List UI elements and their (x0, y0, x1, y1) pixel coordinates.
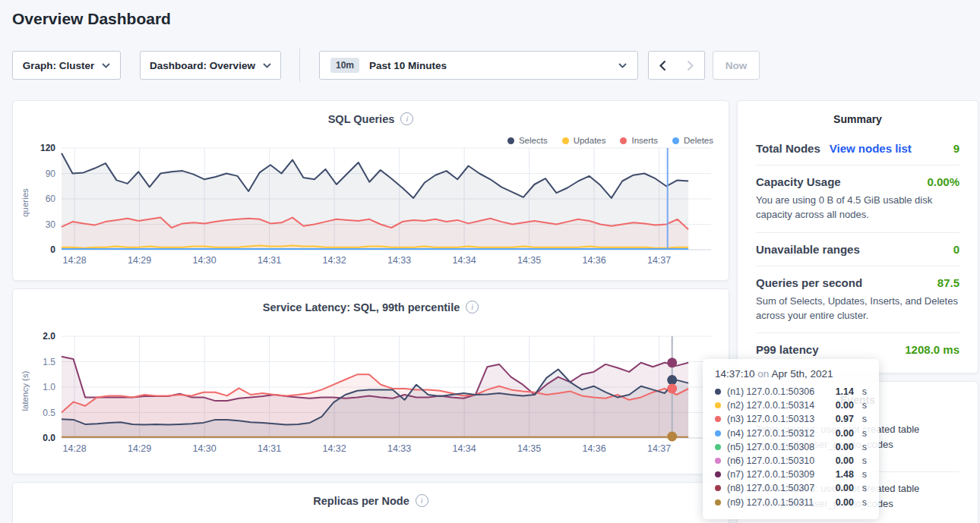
node-address-label: (n7) 127.0.0.1:50309 (727, 469, 814, 480)
svg-text:14:37: 14:37 (647, 255, 671, 266)
node-latency-value: 0.97 (836, 414, 854, 424)
sql-queries-title: SQL Queries (328, 113, 395, 125)
svg-text:14:31: 14:31 (258, 443, 281, 454)
node-address-label: (n8) 127.0.0.1:50307 (727, 483, 814, 493)
graph-dropdown-label: Graph: Cluster (23, 60, 95, 71)
view-nodes-list-link[interactable]: View nodes list (830, 142, 912, 155)
queries-per-second-value: 87.5 (937, 276, 959, 289)
node-color-dot (715, 471, 721, 477)
unavailable-ranges-label: Unavailable ranges (756, 243, 860, 256)
service-latency-chart[interactable]: 14:2814:2914:3014:3114:3214:3314:3414:35… (17, 329, 724, 459)
chevron-left-icon (659, 60, 666, 71)
node-color-dot (715, 389, 721, 395)
svg-text:1.5: 1.5 (43, 357, 55, 367)
tooltip-node-row: (n5) 127.0.0.1:503080.00s (715, 440, 867, 454)
replicas-per-node-card: Replicas per Node i (12, 482, 729, 523)
time-range-label: Past 10 Minutes (369, 60, 447, 71)
svg-text:14:33: 14:33 (387, 443, 411, 454)
node-color-dot (715, 458, 721, 464)
capacity-usage-description: You are using 0 B of 4.5 GiB usable disk… (756, 194, 959, 222)
tooltip-node-row: (n4) 127.0.0.1:503120.00s (715, 427, 867, 440)
node-latency-value: 0.00 (836, 455, 854, 466)
latency-unit: s (862, 414, 867, 424)
node-address-label: (n1) 127.0.0.1:50306 (727, 386, 814, 397)
capacity-usage-value: 0.00% (927, 175, 959, 188)
svg-text:14:28: 14:28 (62, 443, 86, 454)
latency-unit: s (862, 455, 867, 466)
node-address-label: (n3) 127.0.0.1:50313 (727, 414, 814, 424)
svg-text:90: 90 (46, 169, 56, 179)
tooltip-node-row: (n3) 127.0.0.1:503130.97s (715, 412, 867, 426)
time-next-button[interactable] (676, 51, 705, 80)
replicas-per-node-title: Replicas per Node (313, 495, 409, 507)
info-icon[interactable]: i (466, 301, 479, 313)
now-button[interactable]: Now (713, 51, 760, 80)
latency-unit: s (862, 483, 867, 493)
summary-title: Summary (738, 101, 978, 132)
svg-text:14:28: 14:28 (62, 255, 86, 266)
svg-text:120: 120 (40, 143, 55, 153)
svg-text:14:32: 14:32 (322, 255, 346, 266)
summary-row-unavailable-ranges: Unavailable ranges 0 (756, 232, 959, 266)
svg-text:14:36: 14:36 (582, 443, 605, 454)
node-address-label: (n9) 127.0.0.1:50311 (727, 497, 814, 508)
service-latency-card: Service Latency: SQL, 99th percentile i … (12, 288, 729, 474)
total-nodes-label: Total Nodes (756, 142, 820, 155)
svg-text:1.0: 1.0 (43, 382, 55, 392)
sql-queries-card: SQL Queries i SelectsUpdatesInsertsDelet… (12, 100, 729, 281)
svg-text:14:35: 14:35 (517, 255, 541, 266)
node-color-dot (715, 430, 721, 436)
p99-latency-label: P99 latency (756, 343, 819, 356)
svg-text:0: 0 (50, 244, 55, 255)
chevron-down-icon (263, 63, 271, 68)
node-latency-value: 1.14 (836, 386, 854, 397)
latency-unit: s (862, 428, 867, 439)
page-title: Overview Dashboard (12, 10, 171, 28)
svg-text:0.5: 0.5 (43, 408, 55, 418)
dashboard-dropdown-label: Dashboard: Overview (150, 60, 255, 71)
node-latency-value: 1.48 (836, 469, 854, 480)
svg-text:14:33: 14:33 (387, 255, 411, 266)
latency-unit: s (862, 386, 867, 397)
svg-text:14:35: 14:35 (517, 443, 541, 454)
svg-text:14:30: 14:30 (192, 443, 216, 454)
time-range-picker[interactable]: 10m Past 10 Minutes (319, 51, 638, 80)
svg-text:30: 30 (46, 219, 56, 230)
time-prev-button[interactable] (648, 51, 677, 80)
svg-text:14:30: 14:30 (192, 255, 216, 266)
svg-text:14:29: 14:29 (128, 255, 151, 266)
svg-text:2.0: 2.0 (43, 331, 55, 342)
node-latency-value: 0.00 (836, 497, 854, 508)
svg-text:14:34: 14:34 (452, 443, 476, 454)
dashboard-dropdown[interactable]: Dashboard: Overview (140, 51, 281, 80)
info-icon[interactable]: i (400, 112, 413, 125)
chevron-down-icon (102, 63, 110, 68)
sql-queries-chart[interactable]: 14:2814:2914:3014:3114:3214:3314:3414:35… (17, 140, 724, 271)
tooltip-node-row: (n2) 127.0.0.1:503140.00s (715, 399, 867, 412)
queries-per-second-label: Queries per second (756, 276, 862, 289)
latency-unit: s (862, 469, 867, 480)
summary-row-capacity-usage: Capacity Usage 0.00% You are using 0 B o… (756, 165, 959, 232)
node-color-dot (715, 402, 721, 408)
info-icon[interactable]: i (416, 494, 428, 507)
node-latency-value: 0.00 (836, 483, 854, 493)
tooltip-node-row: (n1) 127.0.0.1:503061.14s (715, 385, 867, 399)
svg-text:14:37: 14:37 (647, 443, 671, 454)
node-latency-value: 0.00 (836, 400, 854, 411)
overview-dashboard-page: Overview Dashboard Graph: Cluster Dashbo… (0, 0, 980, 523)
summary-panel: Summary Total Nodes View nodes list 9 Ca… (737, 100, 978, 373)
node-address-label: (n4) 127.0.0.1:50312 (727, 428, 814, 439)
service-latency-title: Service Latency: SQL, 99th percentile (263, 301, 460, 313)
node-latency-value: 0.00 (836, 442, 854, 452)
p99-latency-value: 1208.0 ms (905, 343, 959, 356)
tooltip-timestamp: 14:37:10 on Apr 5th, 2021 (715, 368, 867, 380)
graph-scope-dropdown[interactable]: Graph: Cluster (12, 51, 121, 80)
tooltip-node-row: (n7) 127.0.0.1:503091.48s (715, 468, 867, 481)
svg-text:14:32: 14:32 (322, 443, 346, 454)
node-color-dot (715, 499, 721, 506)
chevron-down-icon (618, 63, 627, 68)
node-address-label: (n6) 127.0.0.1:50310 (727, 455, 814, 466)
latency-hover-tooltip: 14:37:10 on Apr 5th, 2021 (n1) 127.0.0.1… (703, 359, 879, 519)
summary-row-queries-per-second: Queries per second 87.5 Sum of Selects, … (756, 266, 959, 333)
time-range-badge: 10m (330, 58, 359, 73)
